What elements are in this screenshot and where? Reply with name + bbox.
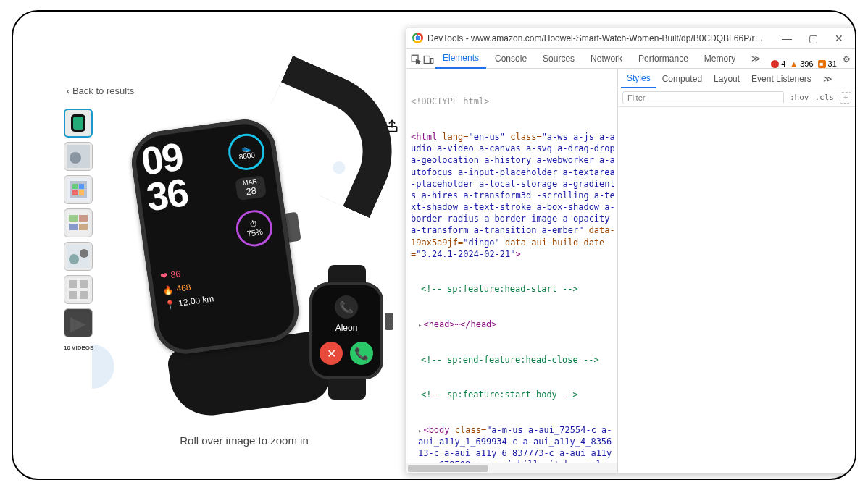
- errors-count: 4: [781, 59, 785, 68]
- date-pill: MAR28: [235, 175, 267, 201]
- devtools-main-tabs: Elements Console Sources Network Perform…: [406, 49, 856, 69]
- decline-call-button[interactable]: ✕: [320, 342, 343, 365]
- side-tab-more[interactable]: ≫: [817, 70, 838, 88]
- thumbnail-6[interactable]: [64, 275, 93, 304]
- watch2-body: 📞 Aleon ✕ 📞: [309, 282, 383, 379]
- styles-panel: Styles Computed Layout Event Listeners ≫…: [618, 69, 856, 473]
- svg-rect-26: [431, 59, 433, 64]
- watch-face: 09 36 👟8600 MAR28 ⏱75% ❤ 86 🔥 468 📍 12.0…: [139, 127, 291, 346]
- accept-call-button[interactable]: 📞: [350, 342, 373, 365]
- tab-memory[interactable]: Memory: [697, 49, 743, 68]
- svg-point-16: [69, 254, 79, 264]
- kebab-menu-icon[interactable]: ⋮: [852, 52, 856, 68]
- thumbnail-video[interactable]: ▶: [64, 308, 93, 337]
- doctype-line: <!DOCTYPE html>: [411, 96, 616, 107]
- side-tab-styles[interactable]: Styles: [621, 69, 656, 88]
- svg-rect-19: [69, 280, 77, 288]
- thumbnail-4[interactable]: [64, 208, 93, 237]
- thumbnail-strip: ▶ 10 VIDEOS: [64, 109, 93, 351]
- svg-rect-8: [72, 190, 78, 195]
- code-h-scrollbar[interactable]: [406, 463, 617, 473]
- devtools-title: DevTools - www.amazon.com/Hoowel-Smart-W…: [427, 33, 772, 43]
- styles-filter-input[interactable]: [622, 91, 784, 104]
- elements-dom-tree[interactable]: <!DOCTYPE html> <html lang="en-us" class…: [406, 69, 618, 473]
- svg-rect-12: [79, 215, 88, 222]
- dist-stat: 📍 12.00 km: [164, 293, 215, 310]
- svg-rect-9: [79, 190, 84, 195]
- chrome-logo-icon: [412, 33, 423, 43]
- caller-name: Aleon: [320, 323, 373, 333]
- svg-rect-20: [80, 280, 88, 288]
- svg-rect-1: [73, 117, 83, 130]
- svg-point-17: [80, 249, 88, 258]
- svg-rect-11: [69, 215, 78, 222]
- watch-secondary: 📞 Aleon ✕ 📞: [304, 272, 389, 395]
- thumbnail-video-label: 10 VIDEOS: [64, 345, 93, 351]
- svg-point-3: [70, 152, 81, 164]
- maximize-button[interactable]: ▢: [802, 33, 824, 44]
- tab-performance[interactable]: Performance: [631, 49, 696, 68]
- svg-rect-7: [79, 184, 84, 189]
- thumbnail-5[interactable]: [64, 242, 93, 271]
- styles-filter-row: :hov .cls +: [618, 88, 856, 107]
- warnings-count: 396: [800, 59, 813, 68]
- html-open-line[interactable]: <html lang="en-us" class="a-ws a-js a-au…: [411, 131, 616, 260]
- hr-stat: ❤ 86: [160, 269, 181, 282]
- svg-rect-22: [80, 291, 88, 299]
- svg-rect-25: [424, 56, 430, 64]
- close-button[interactable]: ✕: [828, 33, 850, 44]
- hov-toggle[interactable]: :hov: [790, 93, 809, 102]
- steps-value: 8600: [238, 151, 256, 161]
- percent-value: 75%: [246, 227, 263, 238]
- svg-rect-21: [69, 291, 77, 299]
- thumbnail-2[interactable]: [64, 142, 93, 171]
- thumbnail-3[interactable]: [64, 175, 93, 204]
- back-label: Back to results: [72, 85, 134, 96]
- thumbnail-1[interactable]: [64, 109, 93, 138]
- tab-console[interactable]: Console: [488, 49, 534, 68]
- scrollbar-thumb[interactable]: [408, 465, 488, 472]
- watch-main-body: 09 36 👟8600 MAR28 ⏱75% ❤ 86 🔥 468 📍 12.0…: [128, 116, 302, 358]
- cal-stat: 🔥 468: [162, 282, 192, 295]
- comment-head-start: <!-- sp:feature:head-start -->: [411, 283, 616, 295]
- tab-elements[interactable]: Elements: [435, 49, 486, 69]
- minimize-button[interactable]: —: [776, 33, 798, 44]
- watch2-band-bottom: [328, 379, 366, 400]
- issues-count: 31: [828, 59, 837, 68]
- svg-rect-6: [72, 184, 78, 189]
- side-panel-tabs: Styles Computed Layout Event Listeners ≫: [618, 69, 856, 88]
- head-line[interactable]: <head>⋯</head>: [411, 319, 616, 330]
- back-to-results-link[interactable]: ‹ Back to results: [67, 85, 134, 96]
- side-tab-layout[interactable]: Layout: [708, 70, 746, 88]
- side-tab-event-listeners[interactable]: Event Listeners: [746, 70, 817, 88]
- error-badges[interactable]: 4 ▲396 ■31: [771, 59, 841, 68]
- comment-body-start: <!-- sp:feature:start-body -->: [411, 389, 616, 400]
- side-tab-computed[interactable]: Computed: [656, 70, 708, 88]
- presentation-frame: ‹ Back to results ▶ 10 VIDEOS 09 36: [12, 10, 856, 480]
- tab-more[interactable]: ≫: [744, 49, 768, 68]
- tab-network[interactable]: Network: [583, 49, 630, 68]
- svg-rect-14: [79, 224, 88, 230]
- product-page: ‹ Back to results ▶ 10 VIDEOS 09 36: [13, 12, 406, 479]
- svg-rect-5: [70, 181, 87, 198]
- svg-rect-13: [69, 224, 78, 230]
- percent-ring: ⏱75%: [234, 208, 275, 248]
- zoom-caption: Roll over image to zoom in: [100, 434, 388, 447]
- watch2-crown: [385, 313, 393, 330]
- device-toolbar-icon[interactable]: [423, 52, 434, 68]
- comment-head-close: <!-- sp:end-feature:head-close -->: [411, 354, 616, 366]
- inspect-element-icon[interactable]: [411, 52, 422, 68]
- devtools-titlebar[interactable]: DevTools - www.amazon.com/Hoowel-Smart-W…: [406, 28, 856, 49]
- new-style-rule-button[interactable]: +: [840, 92, 851, 104]
- devtools-window: DevTools - www.amazon.com/Hoowel-Smart-W…: [406, 28, 856, 473]
- product-main-image[interactable]: 09 36 👟8600 MAR28 ⏱75% ❤ 86 🔥 468 📍 12.0…: [102, 111, 391, 423]
- tab-sources[interactable]: Sources: [535, 49, 582, 68]
- cls-toggle[interactable]: .cls: [815, 93, 835, 102]
- svg-rect-10: [67, 211, 90, 235]
- settings-gear-icon[interactable]: ⚙: [843, 52, 851, 68]
- incoming-call-icon: 📞: [335, 295, 358, 319]
